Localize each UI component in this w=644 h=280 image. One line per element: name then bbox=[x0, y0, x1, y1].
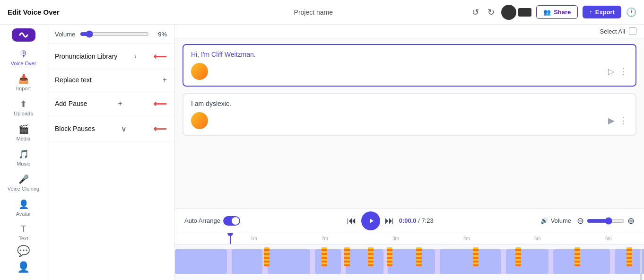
header-title: Edit Voice Over bbox=[8, 8, 157, 16]
playback-bar: Auto Arrange ⏮ ⏭ 0:00.0 / 7:23 bbox=[175, 208, 644, 233]
replace-text-row[interactable]: Replace text + bbox=[47, 69, 174, 91]
pronunciation-library-label: Pronunciation Library bbox=[55, 52, 117, 60]
sidebar-item-import[interactable]: 📥 Import bbox=[0, 70, 47, 95]
sidebar-item-avatar[interactable]: 👤 Avatar bbox=[0, 195, 47, 220]
more-options-1-button[interactable]: ⋮ bbox=[619, 66, 628, 77]
nav-label-import: Import bbox=[16, 86, 31, 91]
track-marker-2 bbox=[322, 247, 327, 266]
playhead-dot bbox=[227, 233, 233, 236]
side-panel: Volume 9% Pronunciation Library › ⟵ Repl… bbox=[47, 25, 175, 280]
auto-arrange-toggle[interactable] bbox=[223, 216, 240, 226]
track-marker-4 bbox=[368, 247, 374, 266]
block-pauses-row[interactable]: Block Pauses ∨ ⟵ bbox=[47, 116, 174, 141]
export-button[interactable]: ↑ Export bbox=[583, 6, 621, 18]
media-icon: 🎬 bbox=[18, 124, 29, 134]
user-avatar-icon bbox=[501, 5, 516, 20]
svg-marker-0 bbox=[370, 219, 374, 223]
track-seg-2 bbox=[268, 249, 310, 274]
select-all-row: Select All bbox=[175, 25, 644, 38]
volume-value: 9% bbox=[154, 31, 167, 38]
nav-bottom: 💬 👤 bbox=[17, 245, 30, 280]
track-marker-10 bbox=[627, 247, 632, 266]
add-pause-row[interactable]: Add Pause + ⟵ bbox=[47, 91, 174, 116]
nav-label-uploads: Uploads bbox=[14, 111, 33, 116]
avatar-icon: 👤 bbox=[18, 199, 29, 210]
auto-arrange-label: Auto Arrange bbox=[184, 217, 220, 224]
track-seg-4 bbox=[346, 249, 383, 274]
voice-block-1-bottom: ▷ ⋮ bbox=[191, 63, 628, 80]
select-all-checkbox[interactable] bbox=[629, 27, 636, 35]
zoom-slider[interactable] bbox=[587, 217, 625, 225]
replace-text-label: Replace text bbox=[55, 76, 92, 84]
track-marker-9 bbox=[574, 247, 580, 266]
volume-row: Volume 9% bbox=[47, 25, 174, 44]
track-marker-7 bbox=[473, 247, 479, 266]
track-seg-3 bbox=[315, 249, 341, 274]
history-button[interactable]: 🕐 bbox=[626, 7, 636, 18]
voice-avatar-2-img bbox=[191, 112, 208, 129]
top-header: Edit Voice Over Project name ↺ ↻ 👥 Share… bbox=[0, 0, 644, 25]
zoom-out-button[interactable]: ⊖ bbox=[577, 216, 584, 226]
user-profile-icon[interactable]: 👤 bbox=[17, 261, 30, 273]
play-block-1-button[interactable]: ▷ bbox=[608, 66, 615, 77]
share-icon: 👥 bbox=[543, 9, 551, 16]
track-seg-1 bbox=[232, 249, 262, 274]
red-arrow-add-pause: ⟵ bbox=[153, 98, 167, 109]
share-button[interactable]: 👥 Share bbox=[536, 5, 578, 19]
sidebar-item-uploads[interactable]: ⬆ Uploads bbox=[0, 95, 47, 120]
skip-back-button[interactable]: ⏮ bbox=[347, 215, 357, 226]
track-marker-6 bbox=[416, 247, 422, 266]
track-seg-6 bbox=[440, 249, 501, 274]
nav-label-music: Music bbox=[17, 161, 30, 166]
avatar-cluster bbox=[501, 5, 531, 20]
playback-volume-label: Volume bbox=[551, 217, 571, 224]
chat-icon[interactable]: 💬 bbox=[17, 245, 30, 257]
voiceover-icon: 🎙 bbox=[19, 49, 28, 59]
timeline-area: 1m 2m 3m 4m 5m 6m 7m bbox=[175, 233, 644, 280]
display-toggle-icon[interactable] bbox=[518, 8, 531, 17]
app-logo[interactable] bbox=[12, 28, 35, 42]
play-pause-button[interactable] bbox=[361, 211, 380, 230]
voice-block-2-actions: ▶ ⋮ bbox=[608, 115, 628, 126]
sidebar-item-voice-cloning[interactable]: 🎤 Voice Cloning bbox=[0, 170, 47, 195]
export-icon: ↑ bbox=[589, 9, 592, 16]
sidebar-item-text[interactable]: T Text bbox=[0, 220, 47, 245]
more-options-2-button[interactable]: ⋮ bbox=[619, 115, 628, 126]
sidebar-item-music[interactable]: 🎵 Music bbox=[0, 145, 47, 170]
play-block-2-button[interactable]: ▶ bbox=[608, 115, 615, 126]
uploads-icon: ⬆ bbox=[20, 99, 27, 109]
track-marker-5 bbox=[387, 247, 392, 266]
import-icon: 📥 bbox=[18, 74, 29, 84]
track-seg-0 bbox=[175, 249, 227, 274]
redo-button[interactable]: ↻ bbox=[486, 5, 496, 19]
sidebar-item-voiceover[interactable]: 🎙 Voice Over bbox=[0, 45, 47, 70]
undo-button[interactable]: ↺ bbox=[470, 5, 481, 19]
toggle-knob bbox=[232, 217, 239, 225]
ruler-mark-5m: 5m bbox=[534, 236, 541, 241]
sidebar-item-media[interactable]: 🎬 Media bbox=[0, 120, 47, 145]
voice-avatar-1 bbox=[191, 63, 208, 80]
track-seg-5 bbox=[388, 249, 435, 274]
nav-label-text: Text bbox=[18, 236, 28, 241]
project-name: Project name bbox=[164, 9, 462, 16]
ruler-mark-6m: 6m bbox=[605, 236, 612, 241]
chevron-right-icon: › bbox=[134, 52, 136, 61]
skip-forward-button[interactable]: ⏭ bbox=[385, 215, 394, 226]
header-actions: ↺ ↻ 👥 Share ↑ Export 🕐 bbox=[470, 5, 636, 20]
voice-avatar-2 bbox=[191, 112, 208, 129]
timeline-ruler: 1m 2m 3m 4m 5m 6m 7m bbox=[175, 233, 644, 245]
main-area: 🎙 Voice Over 📥 Import ⬆ Uploads 🎬 Media … bbox=[0, 25, 644, 280]
track-marker-8 bbox=[515, 247, 521, 266]
red-arrow-pronunciation: ⟵ bbox=[153, 51, 167, 62]
volume-slider[interactable] bbox=[80, 30, 149, 38]
voice-block-1: Hi, I'm Cliff Weitzman. ▷ ⋮ bbox=[183, 44, 636, 87]
playback-volume-ctrl: 🔊 Volume bbox=[540, 217, 571, 224]
pronunciation-library-row[interactable]: Pronunciation Library › ⟵ bbox=[47, 44, 174, 69]
zoom-in-button[interactable]: ⊕ bbox=[627, 216, 635, 226]
text-icon: T bbox=[21, 224, 26, 234]
time-total: 7:23 bbox=[421, 217, 433, 224]
red-arrow-block-pauses: ⟵ bbox=[153, 123, 167, 134]
scroll-thumb[interactable] bbox=[640, 249, 642, 280]
track-marker-3 bbox=[344, 247, 350, 266]
export-label: Export bbox=[595, 9, 615, 16]
